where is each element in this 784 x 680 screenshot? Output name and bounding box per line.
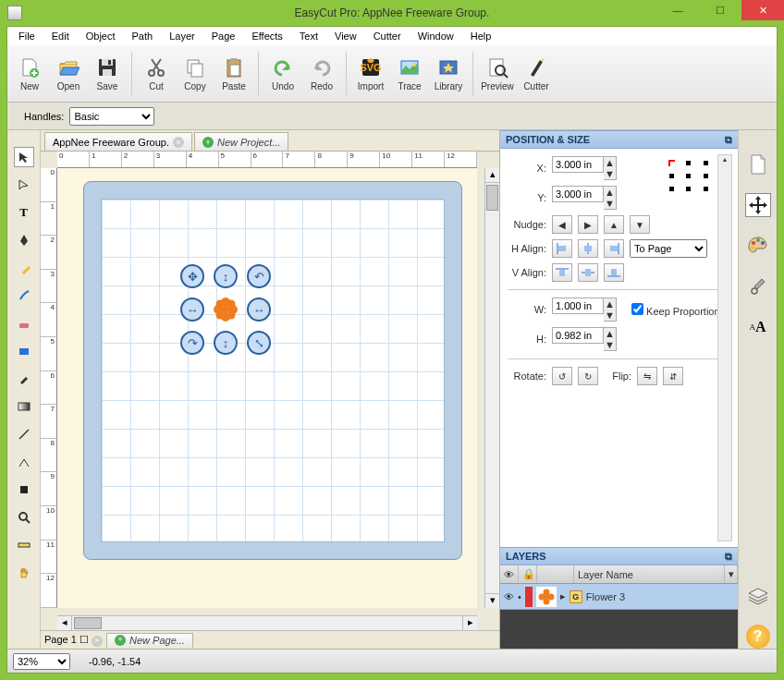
toolbar-copy-button[interactable]: Copy xyxy=(177,48,214,100)
position-size-header[interactable]: POSITION & SIZE⧉ xyxy=(500,130,738,149)
close-button[interactable]: ✕ xyxy=(741,0,784,20)
anchor-grid[interactable] xyxy=(663,156,715,195)
scrollbar-horizontal[interactable]: ◂▸ xyxy=(57,615,477,630)
document-panel-button[interactable] xyxy=(745,152,771,176)
eyedropper-tool[interactable] xyxy=(14,369,34,389)
menu-layer[interactable]: Layer xyxy=(162,29,202,43)
properties-panel-button[interactable] xyxy=(745,274,771,298)
eraser-tool[interactable] xyxy=(14,313,34,334)
handles-select[interactable]: Basic xyxy=(69,107,154,126)
help-button[interactable]: ? xyxy=(746,625,770,649)
layers-menu-icon[interactable]: ▾ xyxy=(725,565,738,583)
valign-middle-button[interactable] xyxy=(578,263,598,282)
ruler-vertical[interactable]: 0123456789101112 xyxy=(41,168,57,608)
toolbar-open-button[interactable]: Open xyxy=(50,48,87,100)
menu-page[interactable]: Page xyxy=(204,29,243,43)
handle-rotate-icon[interactable]: ↶ xyxy=(247,264,271,288)
edit-points-tool[interactable] xyxy=(14,175,34,195)
panel-popout-icon[interactable]: ⧉ xyxy=(725,551,732,563)
nudge-right-button[interactable]: ▶ xyxy=(578,215,598,234)
text-panel-button[interactable]: AA xyxy=(745,315,771,339)
tab-new-project[interactable]: +New Project... xyxy=(194,132,288,151)
tab-document-1[interactable]: AppNee Freeware Group.× xyxy=(44,132,192,151)
flip-v-button[interactable]: ⇵ xyxy=(663,367,683,385)
selected-object[interactable]: ✥ ↕ ↶ ↔ ↔ ↷ ↕ ⤡ xyxy=(180,264,271,355)
w-input[interactable] xyxy=(552,298,604,314)
layer-color-swatch[interactable] xyxy=(525,587,533,607)
scrollbar-vertical[interactable]: ▴▾ xyxy=(484,168,499,608)
menu-edit[interactable]: Edit xyxy=(44,29,77,43)
handle-move-icon[interactable]: ✥ xyxy=(180,264,204,288)
handle-stretch-v-icon[interactable]: ↕ xyxy=(214,264,238,288)
menu-file[interactable]: File xyxy=(11,29,43,43)
handle-scale-icon[interactable]: ⤡ xyxy=(247,331,271,355)
hand-tool[interactable] xyxy=(14,563,34,583)
nudge-down-button[interactable]: ▼ xyxy=(630,215,650,234)
zoom-tool[interactable] xyxy=(14,507,34,528)
nudge-up-button[interactable]: ▲ xyxy=(604,215,624,234)
layer-name[interactable]: Flower 3 xyxy=(586,591,625,602)
page-tab[interactable]: Page 1 ☐ × xyxy=(44,634,103,647)
handle-stretch-h-icon[interactable]: ↔ xyxy=(247,298,271,322)
pen-tool[interactable] xyxy=(14,230,34,250)
h-input[interactable] xyxy=(552,327,604,344)
measure-tool[interactable] xyxy=(14,535,34,555)
menu-object[interactable]: Object xyxy=(79,29,123,43)
toolbar-preview-button[interactable]: Preview xyxy=(479,48,516,100)
menu-path[interactable]: Path xyxy=(125,29,161,43)
close-tab-icon[interactable]: × xyxy=(173,137,184,148)
toolbar-undo-button[interactable]: Undo xyxy=(264,48,301,100)
select-tool[interactable] xyxy=(14,147,34,167)
rotate-ccw-button[interactable]: ↺ xyxy=(552,367,572,385)
menu-effects[interactable]: Effects xyxy=(244,29,289,43)
halign-left-button[interactable] xyxy=(552,239,572,258)
toolbar-cutter-button[interactable]: Cutter xyxy=(518,48,555,100)
canvas[interactable]: ✥ ↕ ↶ ↔ ↔ ↷ ↕ ⤡ xyxy=(57,168,477,608)
crop-tool[interactable] xyxy=(14,480,34,500)
expand-layer-icon[interactable]: ▸ xyxy=(560,590,566,602)
rotate-cw-button[interactable]: ↻ xyxy=(578,367,598,385)
menu-help[interactable]: Help xyxy=(463,29,499,43)
ruler-horizontal[interactable]: 0123456789101112 xyxy=(57,152,477,168)
panel-popout-icon[interactable]: ⧉ xyxy=(725,134,732,146)
layers-header[interactable]: LAYERS⧉ xyxy=(500,547,738,565)
halign-center-button[interactable] xyxy=(578,239,598,258)
panel-scrollbar[interactable]: ▴ xyxy=(717,154,732,541)
valign-bottom-button[interactable] xyxy=(604,263,624,282)
menu-view[interactable]: View xyxy=(327,29,364,43)
toolbar-trace-button[interactable]: Trace xyxy=(391,48,428,100)
handle-stretch-h-icon[interactable]: ↔ xyxy=(180,298,204,322)
new-page-tab[interactable]: + New Page... xyxy=(106,633,193,648)
flip-h-button[interactable]: ⇋ xyxy=(637,367,657,385)
layer-row[interactable]: 👁 • ▸ G Flower 3 xyxy=(500,584,738,610)
toolbar-import-button[interactable]: SVGImport xyxy=(352,48,389,100)
toolbar-cut-button[interactable]: Cut xyxy=(138,48,175,100)
visibility-toggle-icon[interactable]: 👁 xyxy=(504,591,514,602)
menu-text[interactable]: Text xyxy=(292,29,325,43)
menu-window[interactable]: Window xyxy=(410,29,461,43)
toolbar-library-button[interactable]: Library xyxy=(430,48,467,100)
color-panel-button[interactable] xyxy=(745,234,771,258)
lock-toggle[interactable]: • xyxy=(518,591,521,602)
maximize-button[interactable]: ☐ xyxy=(699,0,741,20)
shape-tool[interactable] xyxy=(14,341,34,361)
toolbar-redo-button[interactable]: Redo xyxy=(303,48,340,100)
line-tool[interactable] xyxy=(14,452,34,472)
minimize-button[interactable]: — xyxy=(656,0,699,20)
align-to-select[interactable]: To Page xyxy=(630,239,707,258)
layers-panel-button[interactable] xyxy=(745,584,771,608)
handle-stretch-v-icon[interactable]: ↕ xyxy=(214,331,238,355)
toolbar-new-button[interactable]: New xyxy=(11,48,48,100)
brush-tool[interactable] xyxy=(14,285,34,306)
position-panel-button[interactable] xyxy=(745,193,771,217)
x-input[interactable] xyxy=(552,156,604,173)
zoom-select[interactable]: 32% xyxy=(13,653,70,670)
toolbar-paste-button[interactable]: Paste xyxy=(215,48,252,100)
text-tool[interactable]: T xyxy=(14,202,34,223)
menu-cutter[interactable]: Cutter xyxy=(366,29,409,43)
gradient-tool[interactable] xyxy=(14,396,34,417)
handle-rotate-icon[interactable]: ↷ xyxy=(180,331,204,355)
y-input[interactable] xyxy=(552,186,604,202)
pencil-tool[interactable] xyxy=(14,258,34,278)
halign-right-button[interactable] xyxy=(604,239,624,258)
